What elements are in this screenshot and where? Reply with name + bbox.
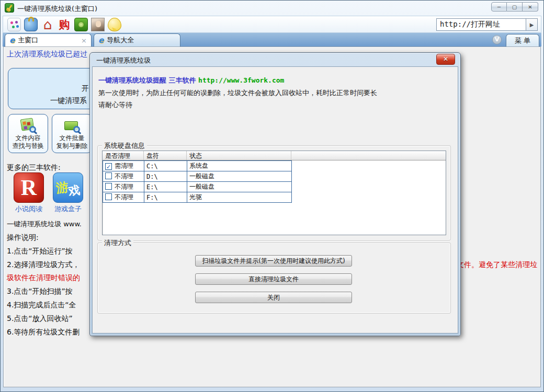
website-link[interactable]: http://www.3fwork.com [198, 76, 284, 84]
shop-icon[interactable]: 购 [58, 18, 71, 31]
checkbox-unchecked[interactable] [105, 183, 112, 190]
dialog-body: 一键清理系统垃圾提醒 三丰软件 http://www.3fwork.com 第一… [92, 66, 458, 333]
disk-listview: 是否清理 盘符 状态 ✓需清理 C:\ 系统盘 [102, 151, 446, 235]
header-status[interactable]: 状态 [187, 151, 291, 160]
instructions-title: 操作说明: [7, 233, 39, 243]
last-clean-notice: 上次清理系统垃圾已超过 [7, 50, 87, 59]
clean-cell: 不清理 [115, 183, 133, 190]
drive-cell: C:\ [144, 161, 187, 171]
instruction-warning-wrap: 圾软件在清理时错误的 [7, 273, 80, 283]
tab-label: 导航大全 [107, 36, 134, 45]
status-cell: 系统盘 [187, 161, 292, 171]
ie-icon: e [98, 36, 104, 45]
more-software-title: 更多的三丰软件: [7, 163, 61, 172]
game-glyph-1: 游 [55, 178, 70, 197]
apps-icon[interactable] [7, 18, 21, 31]
clean-cell: 不清理 [115, 172, 133, 180]
tab-close-icon[interactable]: × [81, 37, 87, 44]
maximize-button[interactable]: ▢ [507, 2, 523, 11]
game-box-app-icon[interactable]: 游 戏 [53, 172, 83, 203]
direct-clean-button[interactable]: 直接清理垃圾文件 [195, 273, 352, 285]
game-icon[interactable] [74, 18, 88, 31]
header-clean[interactable]: 是否清理 [103, 151, 144, 160]
titlebar: 一键清理系统垃圾(主窗口) ─ ▢ ✕ [1, 1, 543, 16]
checkbox-unchecked[interactable] [105, 193, 112, 200]
tab-main-window[interactable]: e 主窗口 × [5, 33, 92, 47]
app-name-line: 一键清理系统垃圾 www. [7, 220, 82, 229]
v-badge-icon[interactable]: V [492, 35, 502, 44]
status-cell: 一般磁盘 [187, 171, 292, 182]
cleanup-dialog: 一键清理系统垃圾 ✕ 一键清理系统垃圾提醒 三丰软件 http://www.3f… [89, 52, 461, 336]
heading-text: 一键清理系统垃圾提醒 三丰软件 [98, 76, 198, 84]
minimize-button[interactable]: ─ [491, 2, 507, 11]
app-window: 一键清理系统垃圾(主窗口) ─ ▢ ✕ ⌂ 购 ▶ e 主窗口 × e 导航大全 [0, 0, 544, 392]
drive-cell: E:\ [144, 182, 187, 192]
go-button[interactable]: ▶ [526, 18, 538, 31]
photo-icon[interactable] [91, 18, 105, 31]
clean-cell: 不清理 [115, 193, 133, 201]
header-drive[interactable]: 盘符 [144, 151, 187, 160]
lock-icon[interactable] [24, 18, 38, 31]
button-label: 复制与删除 [52, 142, 92, 150]
table-row[interactable]: 不清理 E:\ 一般磁盘 [103, 182, 292, 192]
dialog-message-1: 第一次使用时，为防止任何可能的误删除，垃圾文件会被放入回收站中，耗时比正常时间要… [98, 88, 377, 98]
url-input[interactable] [436, 18, 526, 31]
clean-cell: 需清理 [115, 162, 133, 169]
dialog-heading: 一键清理系统垃圾提醒 三丰软件 http://www.3fwork.com [98, 76, 284, 85]
instruction-warning-right: 文件。避免了某些清理垃 [457, 260, 537, 270]
dialog-message-2: 请耐心等待 [98, 100, 132, 110]
button-label: 文件批量 [52, 134, 92, 142]
instruction-4: 4.扫描完成后点击“全 [7, 301, 76, 310]
button-label: 查找与替换 [8, 142, 48, 150]
tab-navigation[interactable]: e 导航大全 [94, 33, 180, 47]
ie-icon: e [9, 36, 15, 45]
main-content: 上次清理系统垃圾已超过 开 一键清理系 文件内容 查找与替换 文件批量 复制与删… [3, 47, 541, 387]
table-row[interactable]: 不清理 D:\ 一般磁盘 [103, 171, 292, 182]
table-row[interactable]: ✓需清理 C:\ 系统盘 [103, 161, 292, 171]
instruction-6: 6.等待所有垃圾文件删 [7, 328, 80, 337]
start-button-label-2: 一键清理系 [50, 96, 87, 106]
status-cell: 一般磁盘 [187, 182, 292, 192]
file-batch-copy-button[interactable]: 文件批量 复制与删除 [52, 114, 92, 153]
header-filler [291, 151, 446, 160]
tabbar: e 主窗口 × e 导航大全 V 菜 单 [3, 33, 541, 47]
disk-group-label: 系统硬盘信息 [102, 141, 147, 151]
drive-cell: D:\ [144, 171, 187, 182]
instruction-3: 3.点击“开始扫描”按 [7, 287, 73, 296]
dialog-title: 一键清理系统垃圾 [96, 56, 151, 65]
dialog-close-button[interactable]: ✕ [436, 54, 455, 65]
novel-reader-link[interactable]: 小说阅读 [13, 204, 45, 214]
button-label: 文件内容 [8, 134, 48, 142]
novel-reader-app-icon[interactable]: R [14, 172, 44, 203]
batch-copy-icon [63, 117, 81, 134]
tab-label: 主窗口 [18, 36, 38, 45]
dialog-close-action-button[interactable]: 关闭 [195, 292, 352, 303]
drive-cell: F:\ [144, 192, 187, 203]
file-content-search-button[interactable]: 文件内容 查找与替换 [8, 114, 48, 153]
search-replace-icon [19, 117, 37, 134]
toolbar: ⌂ 购 ▶ [3, 16, 541, 33]
home-icon[interactable]: ⌂ [41, 18, 54, 31]
listview-header: 是否清理 盘符 状态 [103, 151, 446, 160]
game-glyph-2: 戏 [67, 182, 81, 200]
scan-prompt-button[interactable]: 扫描垃圾文件并提示(第一次使用时建议使用此方式) [195, 255, 352, 267]
instruction-5: 5.点击“放入回收站” [7, 314, 73, 324]
start-button-label-1: 开 [82, 84, 89, 94]
instruction-1: 1.点击“开始运行”按 [7, 247, 73, 256]
menu-button[interactable]: 菜 单 [506, 34, 539, 47]
window-title: 一键清理系统垃圾(主窗口) [17, 4, 97, 14]
close-button[interactable]: ✕ [523, 2, 538, 11]
instruction-2: 2.选择清理垃圾方式， [7, 260, 80, 270]
checkbox-checked[interactable]: ✓ [105, 163, 112, 170]
checkbox-unchecked[interactable] [105, 172, 112, 179]
disk-table: ✓需清理 C:\ 系统盘 不清理 D:\ 一般磁盘 不清理 [103, 160, 292, 203]
status-cell: 光驱 [187, 192, 292, 203]
game-box-link[interactable]: 游戏盒子 [52, 204, 84, 214]
method-group-label: 清理方式 [102, 238, 133, 248]
table-row[interactable]: 不清理 F:\ 光驱 [103, 192, 292, 203]
disk-info-group: 系统硬盘信息 是否清理 盘符 状态 ✓需清理 C:\ 系统盘 [97, 145, 451, 240]
app-logo-broom-icon [5, 3, 14, 13]
chat-icon[interactable] [108, 18, 121, 31]
